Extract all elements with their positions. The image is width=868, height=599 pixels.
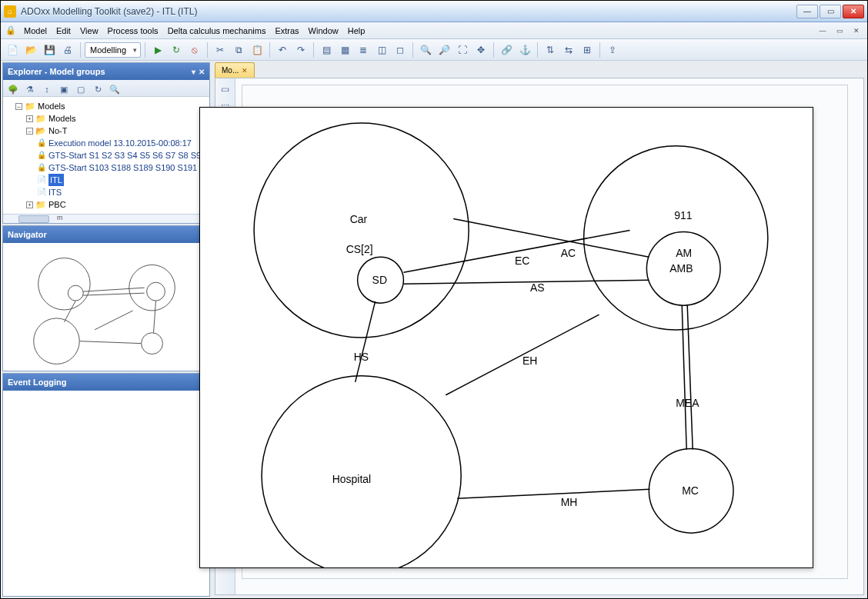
tb-stop-icon[interactable]: ⦸ bbox=[186, 42, 203, 58]
mode-combo[interactable]: Modelling bbox=[85, 42, 141, 58]
tb-sep bbox=[207, 42, 208, 58]
edge-ac: AC bbox=[561, 247, 576, 259]
svg-point-14 bbox=[584, 146, 768, 330]
panel-menu-icon[interactable]: ▾ bbox=[192, 68, 195, 76]
expander-icon[interactable]: + bbox=[26, 115, 33, 122]
tb-zoomfit-icon[interactable]: ⛶ bbox=[454, 42, 471, 58]
tree-label: No-T bbox=[48, 125, 67, 137]
tree-item-not[interactable]: – 📂 No-T bbox=[26, 125, 208, 137]
menu-process[interactable]: Process tools bbox=[105, 25, 162, 37]
tb-align-icon[interactable]: ≣ bbox=[355, 42, 372, 58]
folder-icon: 📁 bbox=[35, 198, 46, 211]
tb-zoomout-icon[interactable]: 🔎 bbox=[436, 42, 452, 58]
menu-help[interactable]: Help bbox=[345, 25, 369, 37]
tb-arrange1-icon[interactable]: ⇅ bbox=[542, 42, 559, 58]
scroll-label: m bbox=[57, 214, 63, 221]
tb-sep bbox=[412, 42, 413, 58]
scrollbar-thumb[interactable] bbox=[18, 215, 49, 223]
tb-open-icon[interactable]: 📂 bbox=[22, 42, 39, 58]
eventlog-header[interactable]: Event Logging ▾ bbox=[3, 374, 209, 391]
tb-cut-icon[interactable]: ✂ bbox=[212, 42, 229, 58]
explorer-header[interactable]: Explorer - Model groups ▾ ✕ bbox=[3, 63, 209, 80]
svg-line-9 bbox=[79, 341, 141, 344]
tb-export-icon[interactable]: ⇪ bbox=[604, 42, 621, 58]
tb-new-icon[interactable]: 📄 bbox=[4, 42, 21, 58]
tb-arrange3-icon[interactable]: ⊞ bbox=[579, 42, 596, 58]
navigator-header[interactable]: Navigator ▾ bbox=[3, 226, 209, 243]
tree-item-models[interactable]: + 📁 Models bbox=[26, 112, 208, 125]
tb-copy-icon[interactable]: ⧉ bbox=[230, 42, 247, 58]
explorer-tree[interactable]: – 📁 Models + 📁 Models – 📂 No bbox=[3, 97, 209, 214]
node-car: Car bbox=[350, 213, 368, 225]
edge-mea: MEA bbox=[676, 397, 699, 409]
tb-undo-icon[interactable]: ↶ bbox=[274, 42, 291, 58]
svg-point-16 bbox=[262, 376, 461, 567]
tree-item-gts1[interactable]: 🔒 GTS-Start S1 S2 S3 S4 S5 S6 S7 S8 S9 S… bbox=[37, 149, 208, 161]
tb-paste-icon[interactable]: 📋 bbox=[249, 42, 265, 58]
tb-sep bbox=[493, 42, 494, 58]
tree-item-its[interactable]: 📄 ITS bbox=[37, 186, 208, 198]
menu-window[interactable]: Window bbox=[305, 25, 342, 37]
ex-tree-icon[interactable]: 🌳 bbox=[5, 82, 21, 95]
titlebar: ⌂ ADOxx Modelling Toolkit (save2) - ITL … bbox=[1, 1, 867, 22]
tb-anchor-icon[interactable]: ⚓ bbox=[516, 42, 533, 58]
tb-ungroup-icon[interactable]: ◻ bbox=[392, 42, 409, 58]
explorer-toolbar: 🌳 ⚗ ↕ ▣ ▢ ↻ 🔍 bbox=[3, 80, 209, 97]
tree-label: GTS-Start S1 S2 S3 S4 S5 S6 S7 S8 S9 S10 bbox=[48, 149, 209, 161]
tb-layer-icon[interactable]: ▤ bbox=[318, 42, 335, 58]
tb-redo-icon[interactable]: ↷ bbox=[292, 42, 309, 58]
document-tab[interactable]: Mo... ✕ bbox=[215, 62, 255, 78]
ex-filter-icon[interactable]: ⚗ bbox=[22, 82, 38, 95]
mdi-minimize-button[interactable]: — bbox=[816, 25, 829, 36]
tree-item-pbc[interactable]: + 📁 PBC bbox=[26, 198, 208, 211]
tree-item-exec[interactable]: 🔒 Execution model 13.10.2015-00:08:17 bbox=[37, 137, 208, 149]
menu-extras[interactable]: Extras bbox=[272, 25, 302, 37]
navigator-canvas[interactable] bbox=[3, 243, 209, 371]
main-toolbar: 📄 📂 💾 🖨 Modelling ▶ ↻ ⦸ ✂ ⧉ 📋 ↶ ↷ ▤ ▦ ≣ … bbox=[1, 39, 867, 61]
tree-item-gts2[interactable]: 🔒 GTS-Start S103 S188 S189 S190 S191 S19 bbox=[37, 161, 208, 174]
menu-edit[interactable]: Edit bbox=[53, 25, 74, 37]
tb-pan-icon[interactable]: ✥ bbox=[472, 42, 489, 58]
panel-close-icon[interactable]: ✕ bbox=[199, 68, 205, 76]
ex-search-icon[interactable]: 🔍 bbox=[107, 82, 122, 95]
window-minimize-button[interactable] bbox=[796, 5, 818, 18]
svg-point-1 bbox=[68, 285, 83, 301]
edge-hs: HS bbox=[354, 351, 369, 363]
ex-expand-icon[interactable]: ▣ bbox=[56, 82, 72, 95]
tb-group-icon[interactable]: ◫ bbox=[373, 42, 390, 58]
expander-icon[interactable]: – bbox=[15, 103, 22, 110]
diagram-overlay[interactable]: Car CS[2] SD 911 AM AMB Hospital MC EC A… bbox=[199, 107, 813, 568]
menu-view[interactable]: View bbox=[77, 25, 102, 37]
expander-icon[interactable]: – bbox=[26, 128, 33, 135]
tab-close-icon[interactable]: ✕ bbox=[242, 67, 248, 75]
ex-collapse-icon[interactable]: ▢ bbox=[73, 82, 88, 95]
navigator-panel: Navigator ▾ bbox=[2, 225, 210, 371]
tree-item-itl[interactable]: 📄 ITL bbox=[37, 174, 208, 186]
window-maximize-button[interactable] bbox=[820, 5, 841, 18]
pointer-tool-icon[interactable]: ▭ bbox=[218, 82, 233, 97]
folder-icon: 📂 bbox=[35, 125, 46, 137]
mdi-close-button[interactable]: ✕ bbox=[850, 25, 863, 36]
ex-sort-icon[interactable]: ↕ bbox=[39, 82, 55, 95]
tb-refresh-icon[interactable]: ↻ bbox=[168, 42, 185, 58]
mdi-restore-button[interactable]: ▭ bbox=[833, 25, 846, 36]
ex-refresh-icon[interactable]: ↻ bbox=[90, 82, 105, 95]
expander-icon[interactable]: + bbox=[26, 201, 33, 208]
window-close-button[interactable] bbox=[843, 5, 864, 18]
tb-zoomin-icon[interactable]: 🔍 bbox=[417, 42, 434, 58]
explorer-title: Explorer - Model groups bbox=[8, 67, 105, 76]
model-icon: 📄 bbox=[37, 174, 46, 186]
tb-link-icon[interactable]: 🔗 bbox=[498, 42, 515, 58]
tree-root[interactable]: – 📁 Models bbox=[15, 100, 208, 112]
tree-label: Models bbox=[48, 112, 75, 125]
tb-save-icon[interactable]: 💾 bbox=[41, 42, 58, 58]
explorer-hscroll[interactable]: m bbox=[3, 214, 209, 223]
document-tabs: Mo... ✕ bbox=[215, 62, 255, 78]
tb-grid-icon[interactable]: ▦ bbox=[336, 42, 353, 58]
tb-arrange2-icon[interactable]: ⇆ bbox=[560, 42, 577, 58]
menu-delta[interactable]: Delta calculus mechanims bbox=[165, 25, 269, 37]
tb-run-icon[interactable]: ▶ bbox=[149, 42, 166, 58]
edge-eh: EH bbox=[522, 354, 537, 367]
menu-model[interactable]: Model bbox=[21, 25, 50, 37]
tb-print-icon[interactable]: 🖨 bbox=[59, 42, 76, 58]
